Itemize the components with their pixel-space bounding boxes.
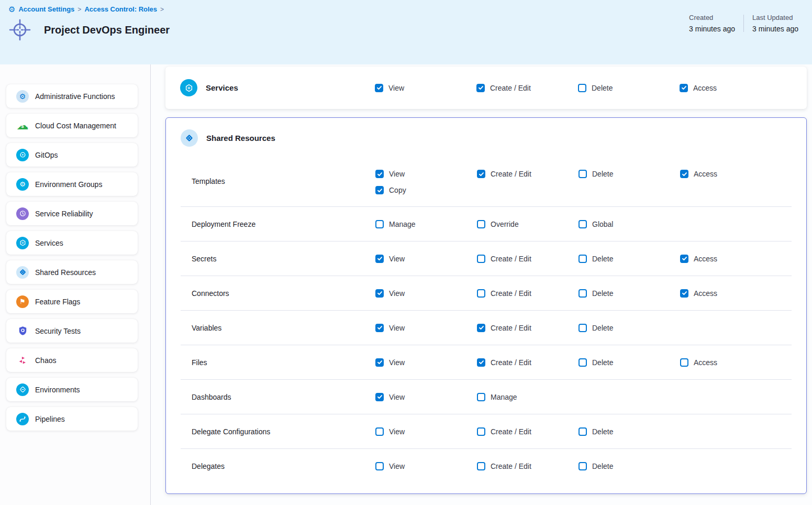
permission-global[interactable]: Global (579, 220, 680, 228)
permission-view[interactable]: View (375, 358, 477, 367)
checked-checkbox[interactable] (477, 170, 485, 178)
unchecked-checkbox[interactable] (680, 358, 688, 367)
checked-checkbox[interactable] (680, 289, 688, 298)
breadcrumb-account-settings[interactable]: Account Settings (18, 5, 74, 13)
checked-checkbox[interactable] (680, 170, 688, 178)
permission-cell: Create / Edit (477, 427, 579, 436)
permission-delete[interactable]: Delete (579, 170, 680, 178)
permission-view[interactable]: View (375, 255, 477, 263)
sidebar-item-environment-groups[interactable]: ⚙︎Environment Groups (6, 172, 138, 196)
permission-copy[interactable]: Copy (375, 186, 477, 194)
checked-checkbox[interactable] (476, 84, 485, 92)
permission-access[interactable]: Access (680, 358, 792, 367)
permission-create-edit[interactable]: Create / Edit (477, 358, 579, 367)
unchecked-checkbox[interactable] (477, 427, 485, 436)
sidebar-item-security-tests[interactable]: Security Tests (6, 319, 138, 343)
unchecked-checkbox[interactable] (579, 427, 587, 436)
permission-label: Create / Edit (491, 289, 531, 298)
unchecked-checkbox[interactable] (375, 462, 384, 470)
permission-create-edit[interactable]: Create / Edit (477, 170, 579, 178)
permission-access[interactable]: Access (680, 170, 792, 178)
resource-label: Variables (181, 324, 375, 332)
permission-view[interactable]: View (375, 289, 477, 298)
permission-view[interactable]: View (375, 393, 477, 401)
unchecked-checkbox[interactable] (579, 255, 587, 263)
created-label: Created (689, 14, 735, 21)
permission-create-edit[interactable]: Create / Edit (477, 289, 579, 298)
checked-checkbox[interactable] (375, 170, 384, 178)
unchecked-checkbox[interactable] (579, 324, 587, 332)
role-meta: Created 3 minutes ago Last Updated 3 min… (681, 14, 807, 33)
permission-manage[interactable]: Manage (477, 393, 579, 401)
sidebar-item-label: Administrative Functions (35, 92, 115, 101)
permission-override[interactable]: Override (477, 220, 579, 228)
checked-checkbox[interactable] (375, 186, 384, 194)
sidebar-item-environments[interactable]: Environments (6, 378, 138, 401)
chaos-icon (16, 354, 29, 367)
permission-create-edit[interactable]: Create / Edit (477, 427, 579, 436)
unchecked-checkbox[interactable] (579, 358, 587, 367)
sidebar-item-service-reliability[interactable]: Service Reliability (6, 202, 138, 225)
permission-delete[interactable]: Delete (579, 324, 680, 332)
unchecked-checkbox[interactable] (579, 289, 587, 298)
gitops-icon (16, 149, 29, 161)
sidebar-item-gitops[interactable]: GitOps (6, 143, 138, 167)
checked-checkbox[interactable] (375, 358, 384, 367)
sidebar-item-feature-flags[interactable]: ⚑Feature Flags (6, 290, 138, 313)
unchecked-checkbox[interactable] (477, 255, 485, 263)
permission-create-edit[interactable]: Create / Edit (476, 84, 578, 92)
permission-row-secrets: SecretsViewCreate / EditDeleteAccess (181, 241, 792, 276)
permission-manage[interactable]: Manage (375, 220, 477, 228)
permission-create-edit[interactable]: Create / Edit (477, 255, 579, 263)
unchecked-checkbox[interactable] (477, 220, 485, 228)
sidebar-item-shared-resources[interactable]: Shared Resources (6, 260, 138, 284)
unchecked-checkbox[interactable] (375, 427, 384, 436)
permission-create-edit[interactable]: Create / Edit (477, 324, 579, 332)
permission-delete[interactable]: Delete (579, 358, 680, 367)
checked-checkbox[interactable] (375, 84, 383, 92)
permission-delete[interactable]: Delete (579, 427, 680, 436)
permission-delete[interactable]: Delete (579, 255, 680, 263)
unchecked-checkbox[interactable] (579, 462, 587, 470)
sidebar-item-label: Security Tests (35, 327, 81, 335)
sidebar-item-chaos[interactable]: Chaos (6, 348, 138, 372)
unchecked-checkbox[interactable] (477, 289, 485, 298)
permission-access[interactable]: Access (680, 255, 792, 263)
permission-view[interactable]: View (375, 462, 477, 470)
unchecked-checkbox[interactable] (477, 462, 485, 470)
sidebar-item-label: Chaos (35, 356, 56, 365)
sidebar-item-pipelines[interactable]: Pipelines (6, 407, 138, 431)
permission-label: Override (491, 220, 519, 228)
permission-label: Delete (592, 255, 613, 263)
checked-checkbox[interactable] (375, 289, 384, 298)
permission-view[interactable]: View (375, 170, 477, 178)
permission-delete[interactable]: Delete (579, 289, 680, 298)
unchecked-checkbox[interactable] (579, 170, 587, 178)
breadcrumb-access-control-roles[interactable]: Access Control: Roles (84, 5, 157, 13)
checked-checkbox[interactable] (375, 255, 384, 263)
permission-label: Access (694, 255, 717, 263)
sidebar-item-cloud-cost-management[interactable]: ☁$Cloud Cost Management (6, 114, 138, 137)
unchecked-checkbox[interactable] (375, 220, 384, 228)
permission-delete[interactable]: Delete (578, 84, 680, 92)
permission-access[interactable]: Access (680, 84, 792, 92)
unchecked-checkbox[interactable] (578, 84, 586, 92)
checked-checkbox[interactable] (680, 255, 688, 263)
checked-checkbox[interactable] (477, 358, 485, 367)
permission-cell: Manage (477, 393, 579, 401)
permission-view[interactable]: View (375, 427, 477, 436)
unchecked-checkbox[interactable] (579, 220, 587, 228)
permission-view[interactable]: View (375, 84, 476, 92)
permission-create-edit[interactable]: Create / Edit (477, 462, 579, 470)
permission-access[interactable]: Access (680, 289, 792, 298)
checked-checkbox[interactable] (680, 84, 688, 92)
permission-cell: ViewCopy (375, 156, 477, 194)
checked-checkbox[interactable] (375, 324, 384, 332)
permission-delete[interactable]: Delete (579, 462, 680, 470)
checked-checkbox[interactable] (375, 393, 384, 401)
sidebar-item-services[interactable]: Services (6, 231, 138, 255)
sidebar-item-administrative-functions[interactable]: ⚙︎Administrative Functions (6, 84, 138, 108)
unchecked-checkbox[interactable] (477, 393, 485, 401)
checked-checkbox[interactable] (477, 324, 485, 332)
permission-view[interactable]: View (375, 324, 477, 332)
